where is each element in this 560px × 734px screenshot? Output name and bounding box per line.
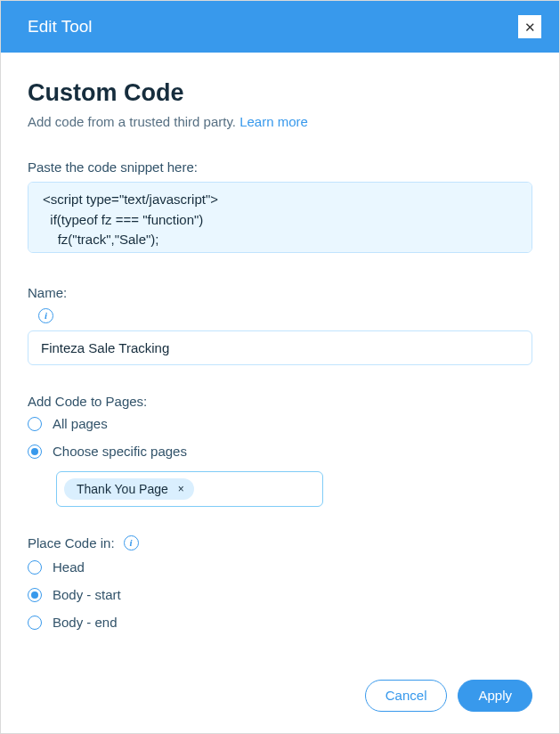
radio-choose-pages[interactable] bbox=[28, 444, 42, 459]
radio-label-body-start: Body - start bbox=[53, 587, 121, 602]
close-button[interactable]: ✕ bbox=[518, 15, 541, 38]
learn-more-link[interactable]: Learn more bbox=[239, 114, 308, 129]
radio-row-body-end[interactable]: Body - end bbox=[28, 615, 532, 630]
modal-footer: Cancel Apply bbox=[1, 669, 559, 733]
modal-header: Edit Tool ✕ bbox=[1, 1, 559, 53]
pages-label: Add Code to Pages: bbox=[28, 394, 532, 409]
subtitle-text: Add code from a trusted third party. bbox=[28, 114, 239, 129]
radio-row-all-pages[interactable]: All pages bbox=[28, 416, 532, 431]
page-title: Custom Code bbox=[28, 79, 532, 107]
modal-body: Custom Code Add code from a trusted thir… bbox=[1, 53, 559, 669]
code-input[interactable] bbox=[28, 182, 532, 253]
pages-radio-group: All pages Choose specific pages Thank Yo… bbox=[28, 416, 532, 507]
pages-tag-input[interactable]: Thank You Page × bbox=[56, 471, 323, 507]
place-radio-group: Head Body - start Body - end bbox=[28, 559, 532, 630]
page-tag-label: Thank You Page bbox=[77, 482, 168, 496]
place-label: Place Code in: bbox=[28, 535, 115, 550]
radio-label-head: Head bbox=[53, 559, 85, 575]
modal-title: Edit Tool bbox=[28, 17, 93, 37]
cancel-button[interactable]: Cancel bbox=[365, 680, 448, 712]
radio-label-choose-pages: Choose specific pages bbox=[53, 444, 187, 459]
radio-row-choose-pages[interactable]: Choose specific pages bbox=[28, 444, 532, 459]
radio-body-start[interactable] bbox=[28, 588, 42, 602]
radio-all-pages[interactable] bbox=[28, 417, 42, 431]
radio-row-head[interactable]: Head bbox=[28, 559, 532, 575]
apply-button[interactable]: Apply bbox=[458, 680, 532, 712]
code-label: Paste the code snippet here: bbox=[28, 159, 532, 175]
name-input[interactable] bbox=[28, 330, 532, 365]
info-icon[interactable]: i bbox=[124, 535, 139, 550]
name-label: Name: bbox=[28, 285, 532, 300]
radio-body-end[interactable] bbox=[28, 616, 42, 630]
radio-head[interactable] bbox=[28, 560, 42, 575]
page-tag: Thank You Page × bbox=[64, 478, 194, 500]
close-icon: ✕ bbox=[524, 20, 536, 34]
info-icon[interactable]: i bbox=[38, 308, 53, 323]
tag-remove-icon[interactable]: × bbox=[175, 483, 187, 495]
page-subtitle: Add code from a trusted third party. Lea… bbox=[28, 114, 532, 129]
radio-label-all-pages: All pages bbox=[53, 416, 108, 431]
radio-row-body-start[interactable]: Body - start bbox=[28, 587, 532, 602]
radio-label-body-end: Body - end bbox=[53, 615, 118, 630]
